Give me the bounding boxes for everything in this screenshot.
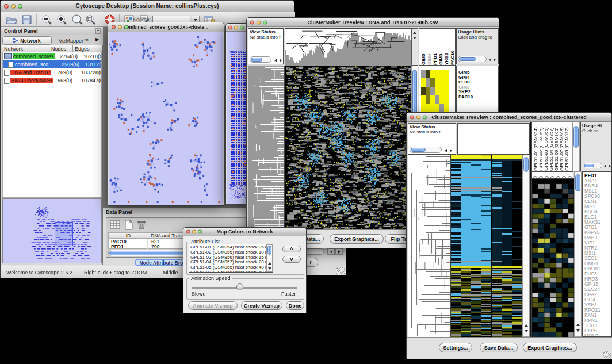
network-window-title-bar[interactable]: combined_scores_good.txt--cluste... xyxy=(108,22,224,32)
usage-hints-hscrollbar[interactable] xyxy=(458,56,487,62)
treeview2-button-0[interactable]: Settings... xyxy=(439,343,472,352)
treeview2-heatmap[interactable] xyxy=(450,155,523,338)
scroll-left-icon[interactable] xyxy=(273,58,278,63)
minimize-icon[interactable] xyxy=(234,25,238,29)
col-nodes[interactable]: Nodes xyxy=(49,45,73,52)
close-icon[interactable] xyxy=(186,230,190,234)
attribute-list-item[interactable]: GPL51-07 (GSM868) heat shock 60 min xyxy=(189,270,273,273)
speed-slider-thumb[interactable] xyxy=(236,283,243,290)
minimize-icon[interactable] xyxy=(416,115,420,119)
treeview1-heatmap[interactable] xyxy=(285,66,411,231)
network-list-row[interactable]: DNA and Tran 07769(0)183728(0) xyxy=(3,68,101,76)
close-icon[interactable] xyxy=(112,25,116,29)
scroll-right-icon[interactable] xyxy=(335,248,343,255)
data-col-id[interactable]: ID xyxy=(109,233,148,238)
scroll-right-icon[interactable] xyxy=(278,58,283,63)
treeview2-title: ClusterMaker TreeView : combined_scores_… xyxy=(431,114,586,120)
main-title-bar[interactable]: Cytoscape Desktop (Session Name: collins… xyxy=(1,1,294,12)
resize-grip[interactable] xyxy=(336,267,345,274)
table-icon[interactable] xyxy=(110,220,121,230)
zoom-window-icon[interactable] xyxy=(240,25,244,29)
speed-slider-track[interactable] xyxy=(192,287,297,289)
open-folder-icon[interactable] xyxy=(5,14,18,25)
minimize-icon[interactable] xyxy=(192,230,196,234)
float-panel-icon[interactable] xyxy=(95,28,101,34)
close-icon[interactable] xyxy=(250,20,254,24)
treeview2-zoom-vscrollbar[interactable] xyxy=(574,171,582,337)
scroll-right-icon[interactable] xyxy=(492,57,497,62)
close-icon[interactable] xyxy=(410,115,414,119)
scroll-left-icon[interactable] xyxy=(443,148,448,153)
treeview1-button-1[interactable]: Export Graphics... xyxy=(330,234,384,244)
network-list-row[interactable]: combined_sco2569(6)13112(15) xyxy=(3,60,101,68)
minimize-icon[interactable] xyxy=(11,4,16,9)
treeview2-zoom-heatmap[interactable] xyxy=(531,178,575,338)
tab-vizmapper[interactable]: VizMapper™ xyxy=(53,36,94,45)
usage-hints-hscrollbar[interactable] xyxy=(583,163,602,168)
column-label: GPL51-06 (GSM865) xyxy=(554,122,559,171)
scroll-left-icon[interactable] xyxy=(327,248,335,255)
move-down-button[interactable]: v xyxy=(282,256,301,263)
move-up-button[interactable]: ^ xyxy=(282,246,301,252)
resize-grip[interactable] xyxy=(603,351,611,358)
network-list-row[interactable]: RNAPuberNov2+!563(0)107847(0) xyxy=(3,76,101,85)
zoom-window-icon[interactable] xyxy=(198,230,202,234)
attribute-list-item[interactable]: GPL51-01 (GSM854) heat shock 05 min xyxy=(189,245,273,250)
network-list-row[interactable]: combined_scores2764(0)16218(0) xyxy=(3,52,101,60)
zoom-column-label: YKE2 xyxy=(444,30,449,65)
zoom-window-icon[interactable] xyxy=(263,20,267,24)
network-overview-panel[interactable] xyxy=(2,198,102,263)
treeview2-button-1[interactable]: Save Data... xyxy=(480,343,518,352)
scroll-left-icon[interactable] xyxy=(488,57,492,62)
attribute-list-item[interactable]: GPL51-04 (GSM857) heat shock 20 min xyxy=(189,260,273,265)
window-controls[interactable] xyxy=(4,4,22,9)
minimize-icon[interactable] xyxy=(257,20,261,24)
minimize-icon[interactable] xyxy=(118,25,122,29)
treeview2-column-tree-area[interactable] xyxy=(457,123,530,155)
col-edges[interactable]: Edges xyxy=(73,45,102,52)
zoom-window-icon[interactable] xyxy=(423,115,427,119)
close-icon[interactable] xyxy=(228,25,232,29)
zoom-heatmap-cell xyxy=(444,87,449,95)
close-icon[interactable] xyxy=(4,4,9,9)
zoom-window-icon[interactable] xyxy=(18,4,22,9)
network-list: combined_scores2764(0)16218(0)combined_s… xyxy=(2,52,102,198)
treeview2-row-dendrogram[interactable] xyxy=(408,155,451,338)
zoom-out-icon[interactable] xyxy=(41,14,53,25)
treeview2-button-2[interactable]: Export Graphics... xyxy=(523,343,577,352)
zoom-heatmap-cell xyxy=(439,95,444,104)
overview-viewport-rect[interactable] xyxy=(55,222,73,246)
attribute-list[interactable]: GPL51-01 (GSM854) heat shock 05 minGPL51… xyxy=(189,244,273,273)
treeview1-row-dendrogram[interactable] xyxy=(248,66,285,231)
network-view-canvas[interactable] xyxy=(109,32,223,205)
scroll-left-icon[interactable] xyxy=(603,163,607,168)
trash-icon[interactable] xyxy=(136,220,147,230)
zoom-selected-icon[interactable] xyxy=(71,14,83,25)
tab-network[interactable]: Network xyxy=(2,36,52,45)
treeview2-vscrollbar[interactable] xyxy=(522,155,530,337)
treeview2-button-bar: Settings...Save Data...Export Graphics..… xyxy=(407,337,612,359)
attribute-list-item[interactable]: GPL51-03 (GSM856) heat shock 15 min xyxy=(189,255,273,260)
dialog-title-bar[interactable]: Map Colors to Network xyxy=(183,228,306,236)
attribute-list-vscrollbar[interactable] xyxy=(266,244,273,272)
tab-overflow-button[interactable]: ▶ xyxy=(95,37,99,42)
treeview1-title-bar[interactable]: ClusterMaker TreeView : DNA and Tran 07-… xyxy=(247,18,499,27)
view-status-hscrollbar[interactable] xyxy=(250,56,271,63)
treeview1-column-dendrogram[interactable] xyxy=(285,28,411,67)
zoom-window-icon[interactable] xyxy=(124,25,128,29)
attribute-list-item[interactable]: GPL51-06 (GSM865) heat shock 40 min xyxy=(189,265,273,270)
dialog-button-create-vizmap[interactable]: Create Vizmap xyxy=(241,301,282,310)
zoom-in-icon[interactable] xyxy=(56,14,68,25)
zoom-fit-icon[interactable] xyxy=(85,14,97,25)
new-document-icon[interactable] xyxy=(124,220,134,230)
col-network[interactable]: Network xyxy=(2,45,49,52)
scroll-right-icon[interactable] xyxy=(607,163,612,168)
scroll-right-icon[interactable] xyxy=(448,148,453,153)
treeview1-column-scroll-strip[interactable] xyxy=(411,28,418,66)
dialog-button-done[interactable]: Done xyxy=(286,301,304,310)
treeview2-title-bar[interactable]: ClusterMaker TreeView : combined_scores_… xyxy=(407,113,611,122)
view-status-hscrollbar[interactable] xyxy=(410,147,442,153)
save-icon[interactable] xyxy=(21,14,33,25)
attribute-list-item[interactable]: GPL51-02 (GSM855) heat shock 10 min xyxy=(189,250,273,255)
treeview2-column-labels-vscrollbar[interactable] xyxy=(572,122,580,171)
